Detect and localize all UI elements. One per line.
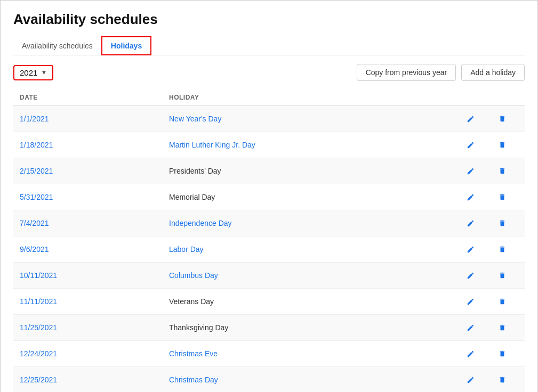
holiday-cell: Thanksgiving Day <box>169 323 454 332</box>
edit-button[interactable] <box>464 270 477 282</box>
edit-action-cell <box>454 165 486 177</box>
delete-button[interactable] <box>496 243 508 256</box>
page-title: Availability schedules <box>13 11 525 28</box>
delete-button[interactable] <box>496 295 508 308</box>
delete-button[interactable] <box>496 112 508 125</box>
edit-button[interactable] <box>464 243 477 256</box>
edit-action-cell <box>454 374 486 386</box>
page-wrapper: Availability schedules Availability sche… <box>0 0 538 392</box>
delete-action-cell <box>486 165 518 177</box>
edit-action-cell <box>454 348 486 360</box>
date-cell: 9/6/2021 <box>20 245 169 254</box>
date-cell: 11/25/2021 <box>20 323 169 332</box>
delete-button[interactable] <box>496 138 508 151</box>
delete-button[interactable] <box>496 321 508 334</box>
toolbar: 2021 ▼ Copy from previous year Add a hol… <box>13 64 525 81</box>
delete-button[interactable] <box>496 217 508 230</box>
delete-action-cell <box>486 217 518 230</box>
table-header: DATE HOLIDAY <box>13 89 525 106</box>
chevron-down-icon: ▼ <box>41 69 47 76</box>
edit-button[interactable] <box>464 165 477 177</box>
edit-button[interactable] <box>464 296 477 308</box>
table-row: 11/25/2021Thanksgiving Day <box>13 315 525 341</box>
table-body: 1/1/2021New Year's Day1/18/2021Martin Lu… <box>13 106 525 392</box>
holiday-cell: Columbus Day <box>169 271 454 280</box>
holiday-cell: Martin Luther King Jr. Day <box>169 141 454 149</box>
toolbar-right: Copy from previous year Add a holiday <box>357 64 525 81</box>
date-cell: 7/4/2021 <box>20 219 169 227</box>
table-row: 1/1/2021New Year's Day <box>13 106 525 132</box>
holiday-cell: Christmas Day <box>169 375 454 384</box>
holiday-cell: Veterans Day <box>169 297 454 306</box>
table-row: 5/31/2021Memorial Day <box>13 184 525 210</box>
date-cell: 12/24/2021 <box>20 349 169 358</box>
delete-action-cell <box>486 191 518 203</box>
holidays-table: DATE HOLIDAY 1/1/2021New Year's Day1/18/… <box>13 89 525 392</box>
edit-button[interactable] <box>464 374 477 386</box>
tabs-bar: Availability schedules Holidays <box>13 36 525 55</box>
date-cell: 12/25/2021 <box>20 375 169 384</box>
year-value: 2021 <box>20 68 37 77</box>
edit-action-cell <box>454 270 486 282</box>
tab-holidays[interactable]: Holidays <box>101 36 151 55</box>
year-selector[interactable]: 2021 ▼ <box>13 65 53 80</box>
edit-action-cell <box>454 243 486 256</box>
delete-action-cell <box>486 373 518 386</box>
edit-column-header <box>454 94 486 101</box>
table-row: 11/11/2021Veterans Day <box>13 289 525 315</box>
holiday-cell: New Year's Day <box>169 115 454 123</box>
holiday-cell: Labor Day <box>169 245 454 254</box>
edit-action-cell <box>454 217 486 230</box>
table-row: 1/18/2021Martin Luther King Jr. Day <box>13 132 525 158</box>
add-holiday-button[interactable]: Add a holiday <box>461 64 525 81</box>
delete-action-cell <box>486 347 518 360</box>
edit-button[interactable] <box>464 348 477 360</box>
edit-action-cell <box>454 322 486 334</box>
delete-button[interactable] <box>496 347 508 360</box>
delete-action-cell <box>486 138 518 151</box>
delete-button[interactable] <box>496 191 508 203</box>
holiday-cell: Memorial Day <box>169 193 454 201</box>
holiday-cell: Presidents' Day <box>169 167 454 175</box>
edit-button[interactable] <box>464 191 477 203</box>
table-row: 2/15/2021Presidents' Day <box>13 158 525 184</box>
delete-column-header <box>486 94 518 101</box>
delete-button[interactable] <box>496 269 508 282</box>
date-cell: 10/11/2021 <box>20 271 169 280</box>
date-cell: 11/11/2021 <box>20 297 169 306</box>
edit-action-cell <box>454 113 486 125</box>
holiday-cell: Christmas Eve <box>169 349 454 358</box>
holiday-column-header: HOLIDAY <box>169 94 454 101</box>
date-column-header: DATE <box>20 94 169 101</box>
delete-button[interactable] <box>496 165 508 177</box>
edit-action-cell <box>454 139 486 151</box>
edit-button[interactable] <box>464 113 477 125</box>
delete-action-cell <box>486 112 518 125</box>
table-row: 9/6/2021Labor Day <box>13 236 525 263</box>
delete-action-cell <box>486 321 518 334</box>
date-cell: 1/18/2021 <box>20 141 169 149</box>
delete-action-cell <box>486 295 518 308</box>
edit-button[interactable] <box>464 322 477 334</box>
copy-from-previous-year-button[interactable]: Copy from previous year <box>357 64 456 81</box>
delete-button[interactable] <box>496 373 508 386</box>
table-row: 12/24/2021Christmas Eve <box>13 341 525 367</box>
edit-button[interactable] <box>464 217 477 230</box>
delete-action-cell <box>486 243 518 256</box>
date-cell: 2/15/2021 <box>20 167 169 175</box>
edit-button[interactable] <box>464 139 477 151</box>
edit-action-cell <box>454 296 486 308</box>
holiday-cell: Independence Day <box>169 219 454 227</box>
date-cell: 1/1/2021 <box>20 115 169 123</box>
tab-availability[interactable]: Availability schedules <box>13 37 101 54</box>
table-row: 7/4/2021Independence Day <box>13 210 525 236</box>
table-row: 12/25/2021Christmas Day <box>13 367 525 392</box>
edit-action-cell <box>454 191 486 203</box>
date-cell: 5/31/2021 <box>20 193 169 201</box>
delete-action-cell <box>486 269 518 282</box>
table-row: 10/11/2021Columbus Day <box>13 263 525 289</box>
